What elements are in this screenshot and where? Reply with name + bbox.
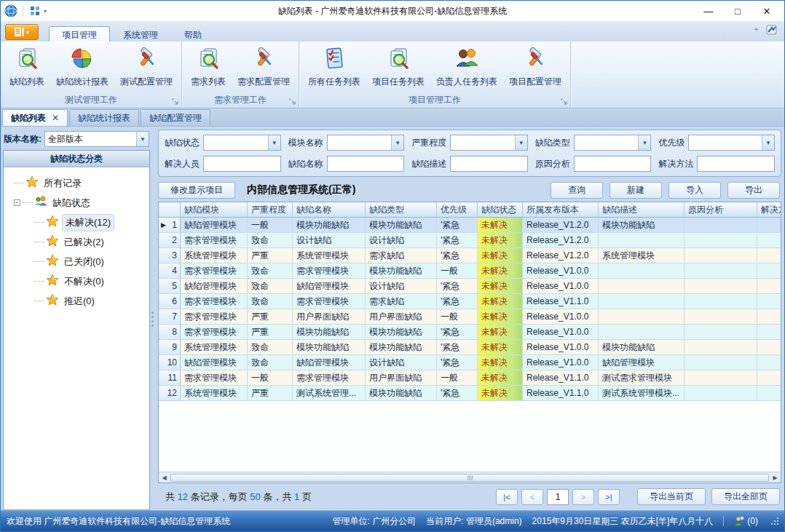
column-header-优先级[interactable]: 优先级 bbox=[437, 202, 478, 218]
ribbon-button-项目任务列表[interactable]: 项目任务列表 bbox=[367, 44, 430, 90]
table-row[interactable]: 7需求管理模块严重用户界面缺陷用户界面缺陷一般未解决Release_V1.0.0 bbox=[159, 309, 781, 325]
table-row[interactable]: 8需求管理模块严重模块功能缺陷模块功能缺陷'紧急未解决Release_V1.0.… bbox=[159, 325, 781, 340]
ribbon-button-需求配置管理[interactable]: 需求配置管理 bbox=[232, 44, 295, 90]
chevron-down-icon[interactable]: ▼ bbox=[762, 135, 774, 150]
row-selector[interactable]: 12 bbox=[159, 386, 181, 401]
table-row[interactable]: 9系统管理模块致命模块功能缺陷模块功能缺陷'紧急未解决Release_V1.0.… bbox=[159, 340, 781, 355]
next-page-button[interactable]: > bbox=[572, 489, 594, 505]
ribbon-button-项目配置管理[interactable]: 项目配置管理 bbox=[504, 44, 567, 90]
splitter-handle[interactable] bbox=[150, 128, 155, 510]
column-header-解决方法[interactable]: 解决方法 bbox=[757, 202, 781, 218]
tree-item-缺陷状态[interactable]: −缺陷状态 bbox=[7, 193, 146, 213]
collapse-ribbon-icon[interactable]: ⌃ bbox=[753, 27, 760, 36]
tree-item-已解决(2)[interactable]: 已解决(2) bbox=[7, 232, 146, 252]
column-header-缺陷类型[interactable]: 缺陷类型 bbox=[366, 202, 437, 218]
column-header-缺陷模块[interactable]: 缺陷模块 bbox=[181, 202, 248, 218]
filter-input-解决人员[interactable] bbox=[203, 156, 281, 172]
ribbon-button-所有任务列表[interactable]: 所有任务列表 bbox=[303, 44, 366, 90]
filter-input-原因分析[interactable] bbox=[574, 156, 652, 172]
table-row[interactable]: ▶1缺陷管理模块一般模块功能缺陷模块功能缺陷'紧急未解决Release_V1.2… bbox=[159, 218, 781, 233]
close-tab-icon[interactable]: ✕ bbox=[52, 113, 59, 123]
export-current-page-button[interactable]: 导出当前页 bbox=[637, 488, 706, 505]
chevron-down-icon[interactable]: ▼ bbox=[515, 135, 527, 150]
filter-select-缺陷状态[interactable]: ▼ bbox=[203, 135, 281, 151]
chevron-down-icon[interactable]: ▼ bbox=[268, 135, 280, 150]
ribbon-button-需求列表[interactable]: 需求列表 bbox=[186, 44, 231, 90]
modify-display-button[interactable]: 修改显示项目 bbox=[158, 182, 235, 199]
tree-item-未解决(12)[interactable]: 未解决(12) bbox=[7, 213, 146, 232]
dialog-launcher-icon[interactable] bbox=[561, 98, 568, 105]
filter-input-缺陷名称[interactable] bbox=[327, 156, 405, 172]
chevron-down-icon[interactable]: ▼ bbox=[391, 135, 403, 150]
export-all-pages-button[interactable]: 导出全部页 bbox=[711, 488, 780, 505]
collapse-node-icon[interactable]: − bbox=[14, 199, 20, 206]
application-menu-button[interactable]: ▾ bbox=[5, 24, 39, 40]
ribbon-button-测试配置管理[interactable]: 测试配置管理 bbox=[115, 44, 178, 90]
row-selector[interactable]: 3 bbox=[159, 248, 181, 263]
column-header-原因分析[interactable]: 原因分析 bbox=[685, 202, 757, 218]
scroll-right-icon[interactable]: ▶ bbox=[770, 472, 781, 483]
doc-tab-缺陷配置管理[interactable]: 缺陷配置管理 bbox=[141, 109, 210, 126]
style-selector-icon[interactable] bbox=[765, 24, 778, 39]
scrollbar-thumb[interactable] bbox=[170, 474, 769, 482]
row-selector[interactable]: 5 bbox=[159, 279, 181, 294]
action-button-查询[interactable]: 查询 bbox=[551, 182, 603, 199]
row-selector[interactable]: ▶1 bbox=[159, 218, 181, 233]
filter-select-严重程度[interactable]: ▼ bbox=[450, 135, 528, 151]
filter-select-优先级[interactable]: ▼ bbox=[688, 135, 775, 151]
row-selector[interactable]: 11 bbox=[159, 370, 181, 386]
ribbon-button-缺陷列表[interactable]: 缺陷列表 bbox=[4, 44, 50, 90]
action-button-新建[interactable]: 新建 bbox=[610, 182, 662, 199]
row-selector[interactable]: 6 bbox=[159, 294, 181, 309]
chevron-down-icon[interactable]: ▼ bbox=[638, 135, 650, 150]
scroll-left-icon[interactable]: ◀ bbox=[159, 472, 170, 483]
table-row[interactable]: 12系统管理模块严重测试系统管理...模块功能缺陷'紧急未解决Release_V… bbox=[159, 386, 781, 401]
message-indicator[interactable]: (0) bbox=[734, 516, 758, 526]
table-row[interactable]: 2需求管理模块致命设计缺陷设计缺陷'紧急未解决Release_V1.2.0 bbox=[159, 233, 781, 248]
maximize-button[interactable]: □ bbox=[723, 2, 752, 20]
filter-input-解决方法[interactable] bbox=[697, 156, 775, 172]
column-header-缺陷描述[interactable]: 缺陷描述 bbox=[599, 202, 685, 218]
action-button-导出[interactable]: 导出 bbox=[727, 182, 780, 199]
row-selector[interactable]: 4 bbox=[159, 263, 181, 279]
table-row[interactable]: 10缺陷管理模块致命缺陷管理模块设计缺陷'紧急未解决Release_V1.0.0… bbox=[159, 355, 781, 370]
row-selector[interactable]: 7 bbox=[159, 309, 181, 325]
row-selector[interactable]: 2 bbox=[159, 233, 181, 248]
column-header-所属发布版本[interactable]: 所属发布版本 bbox=[523, 202, 599, 218]
chevron-down-icon[interactable]: ▼ bbox=[136, 132, 149, 146]
row-selector[interactable]: 8 bbox=[159, 325, 181, 340]
ribbon-button-负责人任务列表[interactable]: 负责人任务列表 bbox=[431, 44, 502, 90]
filter-select-缺陷类型[interactable]: ▼ bbox=[574, 135, 652, 151]
horizontal-scrollbar[interactable]: ◀ ▶ bbox=[159, 472, 781, 483]
ribbon-button-缺陷统计报表[interactable]: 缺陷统计报表 bbox=[51, 44, 114, 90]
table-row[interactable]: 11需求管理模块一般需求管理模块用户界面缺陷一般未解决Release_V1.1.… bbox=[159, 370, 781, 386]
tree-item-不解决(0)[interactable]: 不解决(0) bbox=[7, 271, 146, 291]
last-page-button[interactable]: >| bbox=[598, 489, 620, 505]
table-row[interactable]: 5缺陷管理模块致命缺陷管理模块设计缺陷'紧急未解决Release_V1.0.0 bbox=[159, 279, 781, 294]
filter-select-模块名称[interactable]: ▼ bbox=[327, 135, 405, 151]
tree-item-已关闭(0)[interactable]: 已关闭(0) bbox=[7, 252, 146, 271]
doc-tab-缺陷列表[interactable]: 缺陷列表✕ bbox=[2, 109, 68, 126]
dialog-launcher-icon[interactable] bbox=[172, 98, 179, 105]
doc-tab-缺陷统计报表[interactable]: 缺陷统计报表 bbox=[69, 109, 139, 126]
resize-grip[interactable] bbox=[771, 517, 778, 525]
action-button-导入[interactable]: 导入 bbox=[668, 182, 721, 199]
table-row[interactable]: 6需求管理模块致命需求管理模块需求缺陷'紧急未解决Release_V1.1.0 bbox=[159, 294, 781, 309]
dialog-launcher-icon[interactable] bbox=[289, 98, 296, 105]
filter-input-缺陷描述[interactable] bbox=[450, 156, 528, 172]
prev-page-button[interactable]: < bbox=[521, 489, 543, 505]
row-selector[interactable]: 10 bbox=[159, 355, 181, 370]
tree-item-所有记录[interactable]: 所有记录 bbox=[7, 173, 146, 193]
first-page-button[interactable]: |< bbox=[496, 489, 518, 505]
close-button[interactable]: ✕ bbox=[752, 2, 781, 20]
column-header-严重程度[interactable]: 严重程度 bbox=[248, 202, 293, 218]
minimize-button[interactable]: — bbox=[694, 2, 723, 20]
page-number-input[interactable] bbox=[547, 489, 569, 505]
quick-access-icon[interactable] bbox=[28, 4, 42, 18]
version-select[interactable]: 全部版本 ▼ bbox=[44, 131, 149, 147]
quick-access-caret-icon[interactable]: ▾ bbox=[44, 8, 47, 15]
row-selector[interactable]: 9 bbox=[159, 340, 181, 355]
tree-item-推迟(0)[interactable]: 推迟(0) bbox=[7, 291, 146, 311]
table-row[interactable]: 3系统管理模块严重系统管理模块需求缺陷'紧急未解决Release_V1.2.0系… bbox=[159, 248, 781, 263]
column-header-缺陷名称[interactable]: 缺陷名称 bbox=[293, 202, 366, 218]
